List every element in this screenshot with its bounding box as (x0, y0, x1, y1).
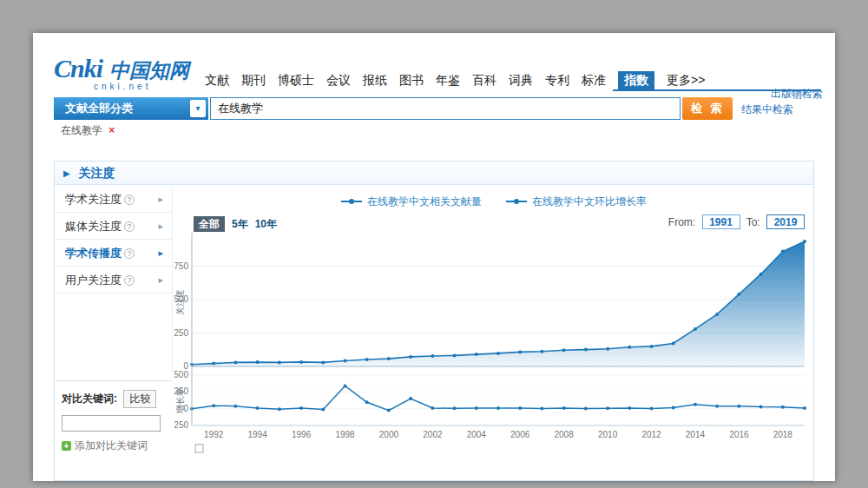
nav-item-newspaper[interactable]: 报纸 (363, 71, 387, 90)
nav-item-more[interactable]: 更多>> (667, 71, 705, 90)
nav-item-standard[interactable]: 标准 (582, 71, 606, 90)
sidebar-item-label: 学术关注度 (65, 193, 122, 206)
plus-icon: + (62, 441, 71, 451)
keyword-tag-label: 在线教学 (61, 124, 102, 136)
nav-item-thesis[interactable]: 博硕士 (278, 71, 314, 90)
from-label: From: (668, 216, 695, 228)
legend-marker-icon (341, 201, 362, 202)
svg-text:2006: 2006 (510, 430, 530, 439)
arrow-right-icon: ▸ (158, 267, 163, 293)
help-icon[interactable]: ? (124, 275, 135, 286)
legend-label: 在线教学中文相关文献量 (367, 195, 482, 208)
arrow-right-icon: ▸ (158, 240, 163, 267)
chevron-down-icon[interactable]: ▾ (190, 100, 206, 117)
logo-cn-text: 中国知网 (109, 60, 189, 82)
compare-button[interactable]: 比较 (123, 390, 156, 408)
category-select-label: 文献全部分类 (65, 102, 133, 115)
svg-text:-250: -250 (174, 420, 188, 430)
add-compare-keyword-label: 添加对比关键词 (75, 439, 148, 452)
svg-text:1998: 1998 (335, 430, 355, 439)
legend-item-1[interactable]: 在线教学中文相关文献量 (341, 195, 482, 208)
sidebar-item-label: 媒体关注度 (65, 220, 122, 233)
sidebar-item-user-attention[interactable]: 用户关注度?▸ (55, 267, 172, 293)
help-icon[interactable]: ? (124, 195, 135, 205)
panel-header: ▶ 关注度 (55, 162, 813, 185)
svg-text:1996: 1996 (292, 430, 312, 439)
svg-text:500: 500 (174, 370, 188, 379)
help-icon[interactable]: ? (124, 248, 135, 259)
nav-item-book[interactable]: 图书 (399, 71, 424, 90)
svg-text:1994: 1994 (247, 430, 267, 439)
clipped-checkbox[interactable] (195, 445, 203, 452)
sidebar-item-academic-dissemination[interactable]: 学术传播度?▸ (55, 240, 172, 267)
search-bar: 文献全部分类 ▾ 检 索 结果中检索 (54, 97, 818, 120)
sidebar-item-academic-attention[interactable]: 学术关注度?▸ (55, 186, 172, 213)
legend-item-2[interactable]: 在线教学中文环比增长率 (506, 195, 647, 208)
desktop-background: { "brand": {"logo_en": "Cnki", "logo_cn"… (0, 0, 868, 488)
legend-label: 在线教学中文环比增长率 (532, 195, 647, 208)
sidebar-item-label: 用户关注度 (65, 274, 122, 287)
add-compare-keyword-link[interactable]: +添加对比关键词 (62, 439, 165, 453)
sidebar-item-label: 学术传播度 (65, 247, 122, 260)
tag-close-icon[interactable]: × (108, 124, 115, 136)
panel-title: 关注度 (79, 166, 115, 180)
nav-item-patent[interactable]: 专利 (545, 71, 569, 90)
nav-item-literature[interactable]: 文献 (205, 71, 229, 90)
nav-item-journal[interactable]: 期刊 (241, 71, 266, 90)
help-icon[interactable]: ? (124, 221, 135, 232)
compare-keyword-input[interactable] (62, 415, 161, 432)
nav-item-conference[interactable]: 会议 (326, 71, 351, 90)
nav-item-dictionary[interactable]: 词典 (509, 71, 533, 90)
attention-panel: ▶ 关注度 学术关注度?▸媒体关注度?▸学术传播度?▸用户关注度?▸ 对比关键词… (54, 161, 814, 481)
svg-text:2008: 2008 (554, 430, 574, 439)
svg-text:2002: 2002 (423, 430, 443, 439)
svg-text:2016: 2016 (729, 430, 749, 439)
keyword-tag: 在线教学 × (61, 123, 115, 138)
svg-text:2018: 2018 (773, 430, 793, 439)
svg-text:2010: 2010 (598, 430, 618, 439)
sidebar: 学术关注度?▸媒体关注度?▸学术传播度?▸用户关注度?▸ (55, 186, 172, 293)
search-button[interactable]: 检 索 (682, 97, 733, 120)
svg-text:1992: 1992 (204, 430, 224, 439)
search-input[interactable] (210, 97, 681, 120)
chart-legend: 在线教学中文相关文献量在线教学中文环比增长率 (173, 193, 815, 209)
cnki-logo[interactable]: Cnki中国知网 cnki.net (54, 54, 189, 91)
svg-text:2000: 2000 (379, 430, 399, 439)
chart-area: 在线教学中文相关文献量在线教学中文环比增长率 全部5年10年 From: To:… (173, 186, 815, 481)
svg-text:750: 750 (174, 261, 188, 271)
cnki-page: Cnki中国知网 cnki.net 文献期刊博硕士会议报纸图书年鉴百科词典专利标… (33, 33, 835, 481)
svg-text:250: 250 (174, 328, 188, 338)
svg-text:2004: 2004 (467, 430, 487, 439)
arrow-right-icon: ▸ (158, 213, 163, 240)
compare-label: 对比关键词: (62, 392, 117, 405)
svg-text:2012: 2012 (641, 430, 661, 439)
search-in-results-link[interactable]: 结果中检索 (741, 102, 793, 117)
logo-en-text: Cnki (54, 54, 102, 82)
trend-chart-svg[interactable]: 0250500750-25002505001992199419961998200… (174, 228, 808, 462)
svg-text:关注度: 关注度 (175, 289, 185, 315)
legend-marker-icon (506, 201, 527, 202)
category-select[interactable]: 文献全部分类 ▾ (54, 97, 208, 120)
top-nav: 文献期刊博硕士会议报纸图书年鉴百科词典专利标准指数更多>> (205, 71, 717, 90)
svg-text:2014: 2014 (686, 430, 706, 439)
compare-keywords-box: 对比关键词: 比较 +添加对比关键词 (55, 380, 172, 453)
sidebar-item-media-attention[interactable]: 媒体关注度?▸ (55, 213, 172, 240)
arrow-right-icon: ▸ (158, 186, 163, 213)
nav-item-index[interactable]: 指数 (618, 71, 654, 90)
nav-item-yearbook[interactable]: 年鉴 (436, 71, 460, 90)
to-label: To: (746, 216, 760, 228)
section-arrow-icon: ▶ (63, 168, 70, 178)
nav-item-encyclopedia[interactable]: 百科 (472, 71, 496, 90)
svg-text:增长率: 增长率 (175, 387, 185, 414)
